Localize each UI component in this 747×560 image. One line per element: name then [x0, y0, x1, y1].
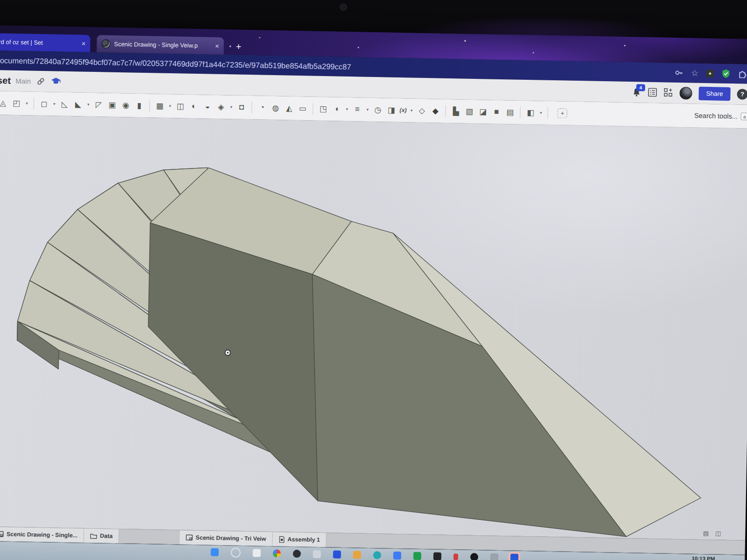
- thread-icon[interactable]: ▮: [133, 99, 146, 112]
- taskbar-folder-icon[interactable]: [353, 551, 361, 559]
- model-viewport[interactable]: ▤ ◫: [0, 115, 747, 540]
- toolbar-divider: [313, 103, 313, 114]
- share-button[interactable]: Share: [698, 86, 731, 100]
- pattern-dropdown-icon[interactable]: ▾: [167, 99, 173, 112]
- helix-icon[interactable]: ◷: [372, 103, 384, 116]
- delete-body-icon[interactable]: ▨: [463, 105, 476, 118]
- split-icon[interactable]: ◒: [201, 100, 214, 113]
- clock: 10:13 PM: [691, 556, 715, 560]
- assembly-icon: [279, 536, 285, 543]
- pattern-icon[interactable]: ▦: [154, 99, 166, 112]
- onshape-favicon: [101, 39, 110, 48]
- panel-icon[interactable]: ◫: [715, 530, 721, 537]
- help-icon[interactable]: ?: [737, 89, 747, 99]
- tab-label: Data: [100, 532, 113, 539]
- taskbar-app-icon[interactable]: [333, 551, 341, 559]
- tab-scenic-drawing-tri-view[interactable]: Scenic Drawing - Tri Veiw: [180, 531, 273, 546]
- extrude-icon[interactable]: ◰: [10, 97, 23, 109]
- draft-dropdown-icon[interactable]: ▾: [85, 98, 92, 111]
- tab-scenic-drawing-single[interactable]: Scenic Drawing - Single...: [0, 527, 84, 543]
- apps-grid-icon[interactable]: [663, 88, 673, 97]
- new-tab-button[interactable]: +: [236, 42, 241, 51]
- extensions-puzzle-icon[interactable]: [738, 69, 747, 78]
- move-face-icon[interactable]: ◔: [256, 101, 268, 114]
- spline-icon[interactable]: ≡: [351, 103, 364, 116]
- hole-icon[interactable]: ◉: [120, 98, 132, 111]
- rib-icon[interactable]: ◸: [92, 98, 105, 111]
- viewport-corner-icons: ▤ ◫: [703, 530, 721, 537]
- boolean-icon[interactable]: ◐: [188, 100, 200, 112]
- tab-label: Scenic Drawing - Single...: [7, 531, 78, 539]
- draft-icon[interactable]: ◣: [72, 98, 85, 111]
- taskbar-app-icon[interactable]: [313, 550, 321, 558]
- taskbar-start-icon[interactable]: [211, 548, 218, 556]
- tab-title: Scenic Drawing - Single Veiw.p: [114, 41, 211, 49]
- enclose-icon[interactable]: ▭: [296, 102, 309, 114]
- browser-tab-scenic-drawing[interactable]: Scenic Drawing - Single Veiw.p ×: [97, 35, 224, 55]
- toolbar-divider: [445, 105, 446, 117]
- delete-part-icon[interactable]: ◘: [235, 101, 248, 113]
- spline-dropdown-icon[interactable]: ▾: [365, 103, 371, 116]
- notification-count-badge: 4: [636, 84, 645, 91]
- bom-icon[interactable]: ▤: [504, 106, 516, 119]
- sweep-dropdown-icon[interactable]: ▾: [344, 103, 350, 115]
- taskbar-app-icon[interactable]: [470, 553, 478, 560]
- mirror-icon[interactable]: ◫: [174, 100, 187, 112]
- tag-icon[interactable]: ◆: [429, 105, 442, 117]
- import-icon[interactable]: ◨: [385, 104, 398, 116]
- taskbar-app-icon[interactable]: [453, 553, 458, 560]
- close-tab-icon[interactable]: ×: [81, 39, 85, 47]
- tab-data-folder[interactable]: Data: [84, 529, 120, 543]
- sweep-icon[interactable]: ◖: [331, 103, 343, 115]
- learning-center-icon[interactable]: [51, 77, 61, 85]
- zoom-to-fit-icon[interactable]: +: [557, 108, 567, 118]
- taskbar-active-app-icon[interactable]: [510, 553, 518, 560]
- screenshot-extension-icon[interactable]: [706, 69, 714, 77]
- browser-tab-wizard-of-oz-set[interactable]: rd of oz set | Set ×: [0, 33, 91, 52]
- taskbar-app-icon[interactable]: [413, 552, 421, 560]
- taskbar-app-icon[interactable]: [393, 552, 401, 560]
- user-avatar[interactable]: [679, 86, 692, 99]
- taskbar-search-icon[interactable]: [231, 547, 240, 557]
- taskbar-app-icon[interactable]: [373, 551, 381, 559]
- taskbar-app-icon[interactable]: [293, 550, 301, 558]
- appearance-icon[interactable]: ◧: [524, 106, 537, 119]
- shell-icon[interactable]: ▣: [106, 98, 119, 111]
- search-tools-input[interactable]: Search tools...: [694, 112, 738, 120]
- bookmark-star-icon[interactable]: ☆: [691, 69, 698, 77]
- notifications-bell-icon[interactable]: 4: [632, 87, 641, 97]
- taskbar-chrome-icon[interactable]: [273, 549, 281, 557]
- taskbar-app-icon[interactable]: [253, 549, 261, 557]
- delete-face-icon[interactable]: ◍: [269, 101, 282, 114]
- fillet-icon[interactable]: ◻: [38, 97, 50, 110]
- extrude-dropdown-icon[interactable]: ▾: [24, 97, 30, 110]
- taskbar-app-icon[interactable]: [490, 553, 498, 560]
- search-tools-container: Search tools... a: [694, 112, 747, 120]
- password-key-icon[interactable]: [674, 68, 684, 77]
- print-icon[interactable]: ▤: [703, 530, 709, 537]
- appearance-dropdown-icon[interactable]: ▾: [538, 106, 544, 119]
- workspace-name[interactable]: Main: [15, 77, 31, 85]
- close-tab-icon[interactable]: ×: [215, 42, 219, 50]
- toolbar-divider: [520, 106, 521, 118]
- adblock-shield-icon[interactable]: [721, 69, 730, 78]
- feature-list-icon[interactable]: [648, 88, 657, 97]
- tab-title: rd of oz set | Set: [0, 38, 78, 47]
- part-icon[interactable]: ▙: [450, 105, 462, 117]
- assembly-context-icon[interactable]: ◇: [416, 104, 428, 117]
- variables-dropdown-icon[interactable]: ▾: [409, 104, 415, 117]
- taskbar-app-icon[interactable]: [433, 552, 441, 560]
- share-link-icon[interactable]: [36, 77, 45, 85]
- plane-icon[interactable]: ◳: [317, 102, 330, 115]
- transform-dropdown-icon[interactable]: ▾: [228, 101, 234, 113]
- variables-icon[interactable]: (x): [399, 104, 408, 116]
- section-view-icon[interactable]: ◪: [477, 105, 489, 118]
- fillet-dropdown-icon[interactable]: ▾: [51, 98, 57, 110]
- solid-body-icon[interactable]: ■: [490, 105, 503, 118]
- thicken-icon[interactable]: ◭: [283, 102, 296, 114]
- loft-icon[interactable]: ◬: [0, 97, 9, 109]
- chamfer-icon[interactable]: ◺: [58, 98, 71, 110]
- transform-icon[interactable]: ◈: [215, 100, 227, 113]
- tab-bar-spacer: [119, 529, 180, 544]
- tab-assembly-1[interactable]: Assembly 1: [273, 532, 327, 547]
